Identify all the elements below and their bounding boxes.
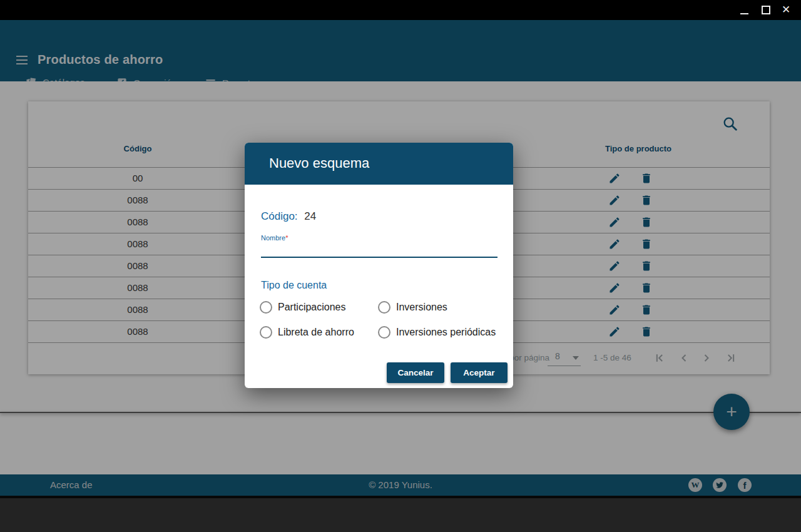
taskbar: G 12:32 PM xyxy=(0,498,801,532)
codigo-value: 24 xyxy=(304,210,316,222)
radio-label: Inversiones periódicas xyxy=(396,327,496,338)
app-window: Productos de ahorro Catálogos Operación xyxy=(0,20,801,498)
radio-option[interactable]: Participaciones xyxy=(260,301,346,314)
radio-button-icon[interactable] xyxy=(378,326,390,339)
tipo-de-cuenta-label: Tipo de cuenta xyxy=(261,280,327,291)
screen: ✕ Productos de ahorro Catálogos Opera xyxy=(0,0,801,532)
new-scheme-dialog: Nuevo esquema Código: 24 Nombre* Tipo de… xyxy=(245,143,513,388)
radio-label: Inversiones xyxy=(396,302,447,313)
maximize-icon[interactable] xyxy=(757,0,775,20)
dialog-header: Nuevo esquema xyxy=(245,143,513,185)
radio-option[interactable]: Inversiones xyxy=(378,301,447,314)
radio-button-icon[interactable] xyxy=(260,326,272,339)
close-icon[interactable]: ✕ xyxy=(777,0,795,20)
os-titlebar: ✕ xyxy=(0,0,801,20)
radio-option[interactable]: Libreta de ahorro xyxy=(260,326,354,339)
radio-option[interactable]: Inversiones periódicas xyxy=(378,326,496,339)
minimize-icon[interactable] xyxy=(735,0,754,20)
dialog-title: Nuevo esquema xyxy=(269,155,369,171)
codigo-label: Código: xyxy=(261,210,298,222)
cancel-button[interactable]: Cancelar xyxy=(387,362,444,383)
radio-label: Participaciones xyxy=(278,302,346,313)
accept-button[interactable]: Aceptar xyxy=(451,362,508,383)
radio-button-icon[interactable] xyxy=(260,301,272,314)
nombre-input[interactable] xyxy=(261,240,497,258)
radio-label: Libreta de ahorro xyxy=(278,327,354,338)
codigo-row: Código: 24 xyxy=(261,210,316,223)
radio-button-icon[interactable] xyxy=(378,301,390,314)
